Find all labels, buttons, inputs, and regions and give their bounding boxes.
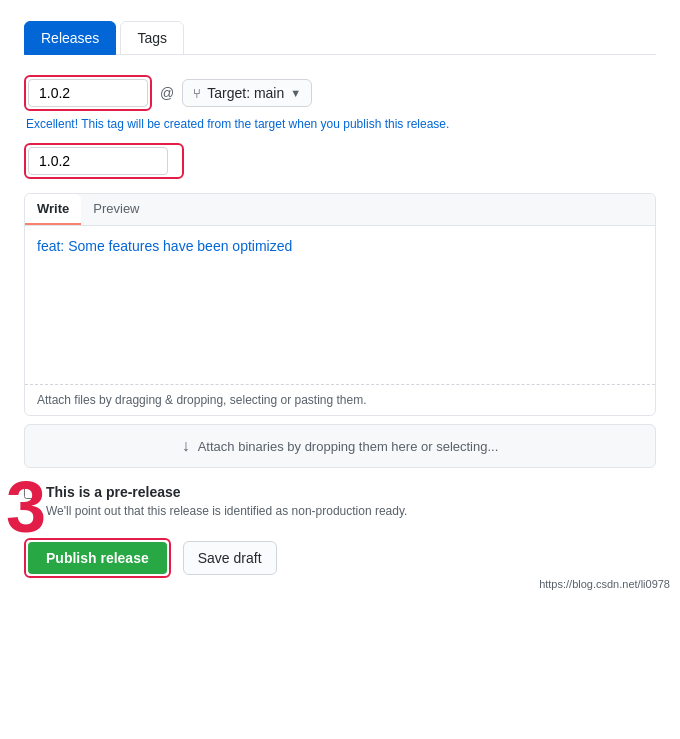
save-draft-button[interactable]: Save draft — [183, 541, 277, 575]
step-number-badge: 3 — [6, 471, 46, 543]
prerelease-section: This is a pre-release We'll point out th… — [24, 484, 656, 518]
tag-input-highlight — [24, 75, 152, 111]
tag-row: @ ⑂ Target: main ▼ — [24, 75, 656, 111]
at-symbol: @ — [160, 85, 174, 101]
tab-releases[interactable]: Releases — [24, 21, 116, 55]
release-title-section — [24, 143, 656, 179]
attach-files-hint: Attach files by dragging & dropping, sel… — [25, 384, 655, 415]
attach-binaries-text: Attach binaries by dropping them here or… — [198, 439, 499, 454]
release-notes-textarea[interactable] — [25, 226, 655, 381]
attach-binaries-area[interactable]: ↓ Attach binaries by dropping them here … — [24, 424, 656, 468]
target-label: Target: main — [207, 85, 284, 101]
publish-btn-highlight: Publish release — [24, 538, 171, 578]
tab-write[interactable]: Write — [25, 194, 81, 225]
actions-row: Publish release Save draft — [24, 538, 656, 578]
prerelease-description: We'll point out that this release is ide… — [24, 504, 656, 518]
tabs-row: Releases Tags — [24, 20, 656, 55]
tag-version-input[interactable] — [28, 79, 148, 107]
tab-tags[interactable]: Tags — [120, 21, 184, 55]
tag-info-message: Excellent! This tag will be created from… — [24, 117, 656, 131]
tab-preview[interactable]: Preview — [81, 194, 151, 225]
target-branch-button[interactable]: ⑂ Target: main ▼ — [182, 79, 312, 107]
release-title-input[interactable] — [28, 147, 168, 175]
prerelease-row: This is a pre-release — [24, 484, 656, 500]
chevron-down-icon: ▼ — [290, 87, 301, 99]
watermark-text: https://blog.csdn.net/li0978 — [539, 578, 670, 590]
publish-release-button[interactable]: Publish release — [28, 542, 167, 574]
branch-icon: ⑂ — [193, 86, 201, 101]
down-arrow-icon: ↓ — [182, 437, 190, 455]
editor-tab-header: Write Preview — [25, 194, 655, 226]
editor-wrapper: Write Preview Attach files by dragging &… — [24, 193, 656, 416]
release-title-highlight — [24, 143, 184, 179]
prerelease-label[interactable]: This is a pre-release — [46, 484, 181, 500]
